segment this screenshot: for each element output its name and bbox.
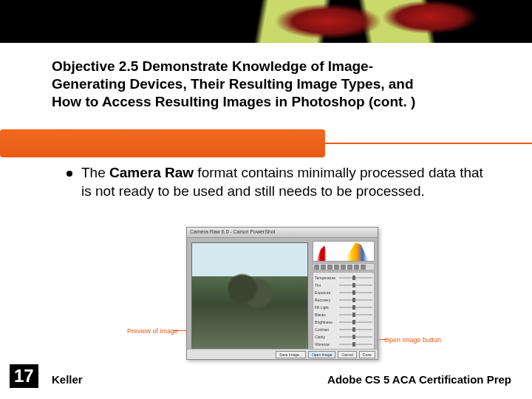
- bullet-text: The Camera Raw format contains minimally…: [81, 164, 495, 200]
- banner-art: [192, 0, 532, 43]
- histogram: [313, 241, 375, 262]
- slider-row: Vibrance: [315, 341, 372, 347]
- title-line-1: Objective 2.5 Demonstrate Knowledge of I…: [52, 58, 373, 74]
- banner: [0, 0, 532, 43]
- dialog-button-bar: Save Image... Open Image Cancel Done: [187, 349, 378, 359]
- slider-row: Recovery: [315, 296, 372, 303]
- callout-line-right: [379, 339, 388, 340]
- footer-author: Keller: [52, 373, 83, 386]
- title-line-3: How to Access Resulting Images in Photos…: [52, 94, 415, 109]
- dialog-body: Temperature Tint Exposure Recovery Fill …: [187, 238, 378, 359]
- save-image-button[interactable]: Save Image...: [276, 351, 306, 358]
- slide-title: Objective 2.5 Demonstrate Knowledge of I…: [52, 58, 506, 110]
- accent-line: [325, 143, 532, 144]
- slide-content: Objective 2.5 Demonstrate Knowledge of I…: [52, 58, 506, 119]
- callout-line-left: [173, 330, 186, 331]
- dialog-titlebar: Camera Raw 6.0 - Canon PowerShot: [187, 228, 378, 238]
- slider-row: Exposure: [315, 289, 372, 296]
- cancel-button[interactable]: Cancel: [338, 351, 357, 358]
- slider-row: Brightness: [315, 318, 372, 325]
- done-button[interactable]: Done: [359, 351, 375, 358]
- bullet-item: The Camera Raw format contains minimally…: [66, 164, 495, 200]
- page-number: 17: [10, 364, 38, 388]
- slider-row: Contrast: [315, 326, 372, 332]
- slider-group: Temperature Tint Exposure Recovery Fill …: [313, 272, 375, 356]
- callout-preview: Preview of image: [127, 327, 178, 335]
- callout-open-button: Open Image button: [384, 336, 441, 344]
- bullet-bold: Camera Raw: [109, 165, 194, 180]
- bullet-pre: The: [81, 165, 109, 180]
- camera-raw-dialog: Camera Raw 6.0 - Canon PowerShot Tempera…: [186, 227, 378, 360]
- slider-row: Tint: [315, 282, 372, 288]
- slider-row: Fill Light: [315, 304, 372, 310]
- panel-tab-icons: [313, 263, 375, 270]
- adjustment-panel: Temperature Tint Exposure Recovery Fill …: [313, 241, 375, 356]
- slider-row: Temperature: [315, 274, 372, 281]
- image-preview: [191, 242, 308, 355]
- slider-row: Blacks: [315, 311, 372, 318]
- footer-course: Adobe CS 5 ACA Certification Prep: [327, 373, 511, 386]
- slider-row: Clarity: [315, 333, 372, 340]
- accent-bar: [0, 129, 325, 157]
- bullet-icon: [66, 171, 72, 177]
- open-image-button[interactable]: Open Image: [308, 351, 336, 358]
- title-line-2: Generating Devices, Their Resulting Imag…: [52, 76, 414, 92]
- camera-raw-figure: Preview of image Camera Raw 6.0 - Canon …: [127, 227, 441, 361]
